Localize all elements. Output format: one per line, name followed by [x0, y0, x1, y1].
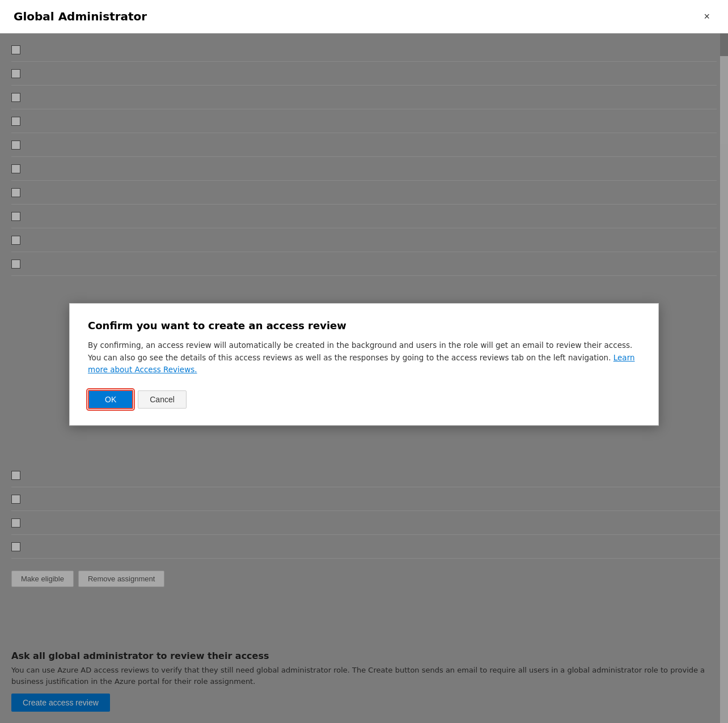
dialog-actions: OK Cancel: [88, 390, 640, 409]
dialog-overlay: Confirm you want to create an access rev…: [0, 33, 728, 723]
confirm-dialog: Confirm you want to create an access rev…: [69, 303, 659, 426]
dialog-title: Confirm you want to create an access rev…: [88, 320, 640, 331]
main-panel: Global Administrator × Make eligible Re: [0, 0, 728, 723]
panel-content: Make eligible Remove assignment Ask all …: [0, 33, 728, 723]
dialog-body: By confirming, an access review will aut…: [88, 339, 640, 376]
dialog-ok-button[interactable]: OK: [88, 390, 133, 409]
close-button[interactable]: ×: [699, 9, 714, 24]
dialog-body-text: By confirming, an access review will aut…: [88, 341, 632, 362]
dialog-cancel-button[interactable]: Cancel: [138, 390, 187, 409]
panel-header: Global Administrator ×: [0, 0, 728, 33]
panel-title: Global Administrator: [14, 10, 147, 23]
